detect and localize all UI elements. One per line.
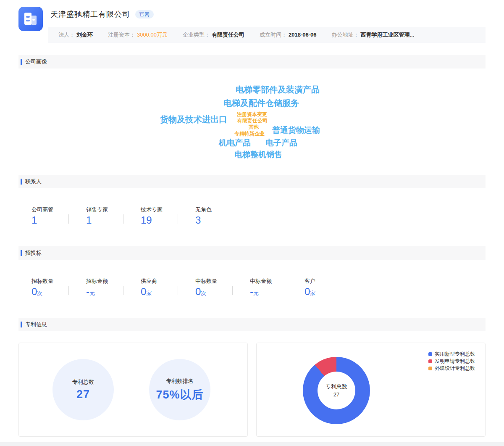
word-cloud-tag[interactable]: 专精特新企业 [234,130,265,137]
stat-customers: 客户 0家 [304,277,359,297]
word-cloud-tag[interactable]: 电子产品 [265,137,297,148]
section-title: 公司画像 [25,58,47,66]
section-accent-bar [21,59,22,65]
legend-swatch-red [428,359,432,363]
company-logo-icon [18,7,43,31]
info-office-address: 办公地址：西青学府工业区管理... [332,31,415,39]
patent-summary-card: 专利总数 27 专利数排名 75%以后 [18,343,248,437]
page-bottom-strip [0,442,504,446]
section-accent-bar [21,250,22,256]
info-registered-capital: 注册资本：3000.00万元 [108,31,168,39]
legend-swatch-orange [428,367,432,370]
company-profile-page: 天津盛驰精工有限公司 官网 法人：刘金环 注册资本：3000.00万元 企业类型… [0,0,504,446]
info-legal-person: 法人：刘金环 [58,31,93,39]
info-founded-date: 成立时间：2018-06-06 [260,31,317,39]
word-cloud-tag[interactable]: 其他 [249,124,259,131]
stat-executives: 公司高管 1 [32,206,86,226]
chart-legend: 实用新型专利总数 发明申请专利总数 外观设计专利总数 [428,351,475,372]
stat-tender-amount: 招标金额 -元 [86,277,141,297]
stat-sales-experts: 销售专家 1 [86,206,141,226]
info-company-type: 企业类型：有限责任公司 [183,31,244,39]
section-header-contacts: 联系人 [18,175,486,188]
section-accent-bar [21,322,22,327]
patent-total-circle: 专利总数 27 [52,359,114,420]
patent-cards: 专利总数 27 专利数排名 75%以后 专利总数 27 实用新型专利总数 发明申… [18,343,486,437]
patent-rank-circle: 专利数排名 75%以后 [149,359,210,420]
section-title: 招投标 [25,249,42,257]
legend-swatch-blue [428,352,432,356]
section-accent-bar [21,179,22,185]
legend-item-invention[interactable]: 发明申请专利总数 [428,358,475,365]
donut-center-label: 专利总数 27 [318,372,355,409]
patent-donut[interactable]: 专利总数 27 [303,357,370,424]
stat-win-amount: 中标金额 -元 [250,277,304,297]
building-small-icon [31,16,37,25]
title-row: 天津盛驰精工有限公司 官网 [50,9,154,19]
company-info-bar: 法人：刘金环 注册资本：3000.00万元 企业类型：有限责任公司 成立时间：2… [48,27,486,43]
section-header-portrait: 公司画像 [18,55,486,69]
company-word-cloud: 电梯零部件及装潢产品 电梯及配件仓储服务 货物及技术进出口 注册资本变更 有限责… [18,69,486,175]
company-header: 天津盛驰精工有限公司 官网 法人：刘金环 注册资本：3000.00万元 企业类型… [18,7,486,45]
legend-item-design[interactable]: 外观设计专利总数 [428,365,475,372]
section-title: 专利信息 [25,321,47,328]
stat-tech-experts: 技术专家 19 [141,206,195,226]
word-cloud-tag[interactable]: 货物及技术进出口 [160,114,227,125]
patent-chart-card: 专利总数 27 实用新型专利总数 发明申请专利总数 外观设计专利总数 [256,343,486,437]
contacts-stats-row: 公司高管 1 销售专家 1 技术专家 19 无角色 3 [32,206,250,226]
word-cloud-tag[interactable]: 电梯及配件仓储服务 [223,98,299,109]
building-icon [24,13,32,25]
section-title: 联系人 [25,178,42,185]
stat-suppliers: 供应商 0家 [141,277,195,297]
word-cloud-tag[interactable]: 电梯零部件及装潢产品 [236,84,320,95]
legend-item-utility[interactable]: 实用新型专利总数 [428,351,475,358]
company-name: 天津盛驰精工有限公司 [50,9,130,19]
stat-no-role: 无角色 3 [195,206,250,226]
official-site-badge[interactable]: 官网 [135,10,154,18]
stat-win-count: 中标数量 0次 [195,277,250,297]
section-header-bidding: 招投标 [18,246,486,260]
word-cloud-tag[interactable]: 电梯整机销售 [234,149,282,160]
stat-tender-count: 招标数量 0次 [32,277,86,297]
section-header-patents: 专利信息 [18,318,486,331]
bidding-stats-row: 招标数量 0次 招标金额 -元 供应商 0家 中标数量 0次 中标金额 -元 客… [32,277,359,297]
word-cloud-tag[interactable]: 机电产品 [219,137,251,148]
word-cloud-tag[interactable]: 普通货物运输 [272,125,320,136]
